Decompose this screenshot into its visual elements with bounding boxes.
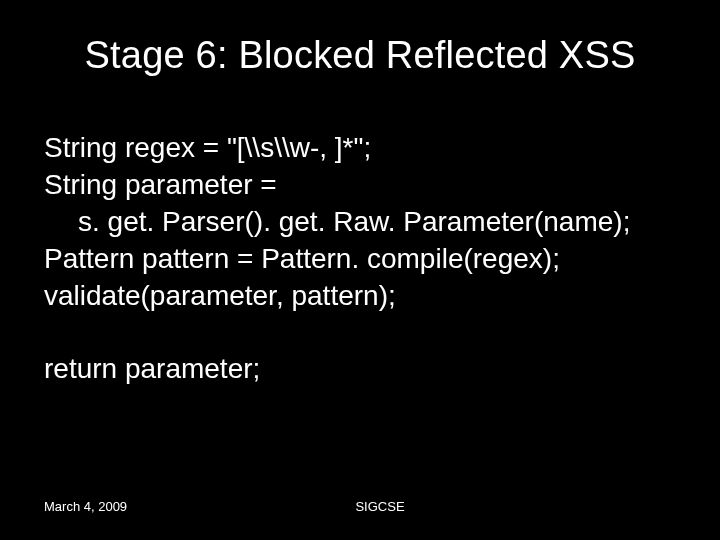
code-line: s. get. Parser(). get. Raw. Parameter(na… <box>44 204 676 241</box>
footer-event: SIGCSE <box>84 499 676 514</box>
slide: Stage 6: Blocked Reflected XSS String re… <box>0 0 720 540</box>
code-line: Pattern pattern = Pattern. compile(regex… <box>44 241 676 278</box>
code-line: String parameter = <box>44 167 676 204</box>
code-line: return parameter; <box>44 351 676 388</box>
code-line: String regex = "[\\s\\w-, ]*"; <box>44 130 676 167</box>
code-line: validate(parameter, pattern); <box>44 278 676 315</box>
code-block: String regex = "[\\s\\w-, ]*"; String pa… <box>44 130 676 388</box>
slide-title: Stage 6: Blocked Reflected XSS <box>0 34 720 77</box>
blank-line <box>44 315 676 351</box>
